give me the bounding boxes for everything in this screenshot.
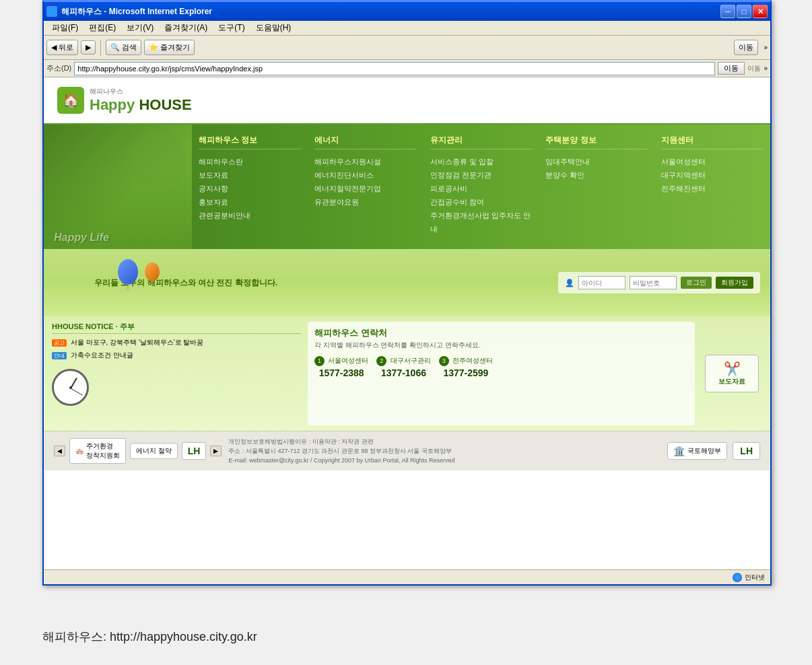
nav-item-4-1[interactable]: 임대주택안내 (545, 155, 648, 168)
nav-arrows: » (764, 65, 768, 72)
logo-energy: 에너지 절약 (130, 443, 178, 459)
phone-label-1: 1 서울여성센터 (314, 355, 368, 366)
move-button[interactable]: 이동 (734, 40, 758, 55)
statusbar: 🌐 인터넷 (44, 569, 770, 584)
logo-house: HOUSE (139, 96, 191, 113)
footer-address: 주소 : 서울특별시 427-712 경기도 과천시 관문로 88 정부과천청사… (228, 446, 661, 456)
nav-item-4-2[interactable]: 분양수 확인 (545, 168, 648, 182)
energy-label: 에너지 절약 (136, 447, 172, 454)
nav-item-5-3[interactable]: 전주해진센터 (661, 182, 764, 195)
family-silhouette (44, 168, 192, 249)
login-id-input[interactable] (578, 276, 625, 289)
menu-favorites[interactable]: 즐겨찾기(A) (159, 21, 213, 35)
close-button[interactable]: ✕ (753, 5, 768, 18)
phone-item-3: 3 전주여성센터 1377-2599 (439, 355, 493, 378)
nav-col-2: 에너지 해피하우스지원시설 에너지진단서비스 에너지절약전문기업 유관분야요원 (308, 125, 424, 249)
menu-help[interactable]: 도움말(H) (250, 21, 297, 35)
nav-item-3-5[interactable]: 주거환경개선사업 입주자도 안내 (430, 209, 533, 236)
forward-button[interactable]: ▶ (81, 40, 96, 55)
hero-image: Happy Life (44, 125, 192, 249)
login-pw-input[interactable] (630, 276, 677, 289)
nav-item-2-4[interactable]: 유관분야요원 (314, 195, 417, 209)
phone-numbers: 1 서울여성센터 1577-2388 2 대구서구관리 1377-1066 (314, 355, 688, 378)
nav-item-2-2[interactable]: 에너지진단서비스 (314, 168, 417, 182)
nav-item-1-3[interactable]: 공지사항 (199, 182, 301, 195)
window-title: 해피하우스 - Microsoft Internet Explorer (61, 6, 720, 18)
maximize-button[interactable]: □ (737, 5, 751, 18)
nav-item-2-3[interactable]: 에너지절약전문기업 (314, 182, 417, 195)
status-zone: 🌐 인터넷 (733, 573, 765, 582)
housing-icon: 🏘️ (75, 448, 83, 455)
nav-col-3: 유지관리 서비스종류 및 입찰 인정점검 전문기관 피로공사비 간접공수비 참여… (424, 125, 539, 249)
phone-city-2: 대구서구관리 (391, 357, 431, 364)
nav-item-3-4[interactable]: 간접공수비 참여 (430, 195, 533, 209)
notice-item-1: 공고 서울 마포구, 강북주택 '날퇴해우스'로 탈바꿈 (52, 337, 301, 349)
nav-item-5-1[interactable]: 서울여성센터 (661, 155, 764, 168)
press-button[interactable]: ✂️ 보도자료 (705, 355, 759, 392)
press-section: ✂️ 보도자료 (702, 322, 762, 425)
phone-badge-3: 3 (439, 356, 449, 366)
minimize-button[interactable]: ─ (720, 5, 735, 18)
address-label: 주소(D) (46, 63, 71, 73)
logo-english: Happy HOUSE (90, 96, 192, 114)
phone-city-3: 전주여성센터 (452, 357, 493, 364)
internet-icon: 🌐 (733, 573, 742, 582)
nav-item-1-4[interactable]: 홍보자료 (199, 195, 301, 209)
nav-col-2-title: 에너지 (314, 135, 417, 149)
go-button[interactable]: 이동 (718, 62, 745, 75)
logo-korean: 해피나우스 (90, 87, 192, 96)
logo-icon: 🏠 (57, 87, 84, 114)
phone-city-1: 서울여성센터 (328, 357, 368, 364)
favorites-button[interactable]: ⭐ 즐겨찾기 (144, 40, 195, 55)
address-input[interactable] (74, 62, 715, 75)
nav-item-1-5[interactable]: 관련공분비안내 (199, 209, 301, 222)
nav-col-5: 지원센터 서울여성센터 대구지역센터 전주해진센터 (654, 125, 770, 249)
search-button[interactable]: 🔍 검색 (106, 40, 141, 55)
nav-col-5-title: 지원센터 (661, 135, 764, 149)
balloon-blue (118, 259, 138, 285)
notice-title: HHOUSE NOTICE · 주부 (52, 322, 301, 334)
nav-item-1-1[interactable]: 해피하우스란 (199, 155, 301, 168)
gov-icon: 🏛️ (673, 446, 685, 456)
green-section: 우리들 모두의 해피하우스와 여산 전진 확정합니다. 👤 로그인 회원가입 (44, 249, 770, 316)
contact-subtitle: 각 지역별 해피하우스 연락처를 확인하시고 연락주세요. (314, 341, 688, 350)
separator (100, 40, 101, 56)
register-button[interactable]: 회원가입 (716, 277, 753, 289)
login-area: 👤 로그인 회원가입 (558, 272, 760, 293)
login-person-icon: 👤 (565, 279, 574, 287)
footer-info: 개인정보보호해방법시행이유 : 이용약관 : 저작권 관련 주소 : 서울특별시… (228, 437, 661, 465)
logo-lh-right: LH (733, 442, 760, 460)
ie-window: 🌐 해피하우스 - Microsoft Internet Explorer ─ … (42, 0, 772, 586)
phone-badge-1: 1 (314, 356, 325, 366)
page-caption: 해피하우스: http://happyhouse.city.go.kr (42, 629, 257, 645)
toolbar: ◀ 뒤로 ▶ 🔍 검색 ⭐ 즐겨찾기 이동 » (44, 36, 770, 60)
titlebar-buttons: ─ □ ✕ (720, 5, 768, 18)
menu-tools[interactable]: 도구(T) (213, 21, 250, 35)
menu-file[interactable]: 파일(F) (46, 21, 83, 35)
phone-number-1: 1577-2388 (314, 368, 368, 378)
scissors-icon: ✂️ (711, 361, 753, 377)
search-icon: 🔍 (110, 43, 120, 52)
prev-partner-button[interactable]: ◀ (54, 446, 65, 456)
phone-label-2: 2 대구서구관리 (376, 355, 430, 366)
toolbar-extra: » (764, 44, 768, 51)
nav-item-2-1[interactable]: 해피하우스지원시설 (314, 155, 417, 168)
nav-item-3-3[interactable]: 피로공사비 (430, 182, 533, 195)
menu-view[interactable]: 보기(V) (121, 21, 159, 35)
back-button[interactable]: ◀ 뒤로 (46, 40, 78, 55)
nav-item-3-2[interactable]: 인정점검 전문기관 (430, 168, 533, 182)
menubar: 파일(F) 편집(E) 보기(V) 즐겨찾기(A) 도구(T) 도움말(H) (44, 21, 770, 36)
next-partner-button[interactable]: ▶ (210, 446, 222, 456)
menu-edit[interactable]: 편집(E) (83, 21, 121, 35)
lh-label-left: LH (188, 446, 201, 456)
nav-item-3-1[interactable]: 서비스종류 및 입찰 (430, 155, 533, 168)
press-label: 보도자료 (711, 377, 753, 386)
notice-text-2: 가축수요조건 안내글 (71, 351, 133, 359)
nav-item-5-2[interactable]: 대구지역센터 (661, 168, 764, 182)
nav-item-1-2[interactable]: 보도자료 (199, 168, 301, 182)
ie-icon: 🌐 (46, 6, 57, 17)
notice-section: HHOUSE NOTICE · 주부 공고 서울 마포구, 강북주택 '날퇴해우… (52, 322, 301, 425)
partner-logos-right: 🏛️ 국토해양부 LH (667, 442, 760, 460)
back-icon: ◀ (51, 43, 57, 52)
login-button[interactable]: 로그인 (681, 277, 712, 289)
